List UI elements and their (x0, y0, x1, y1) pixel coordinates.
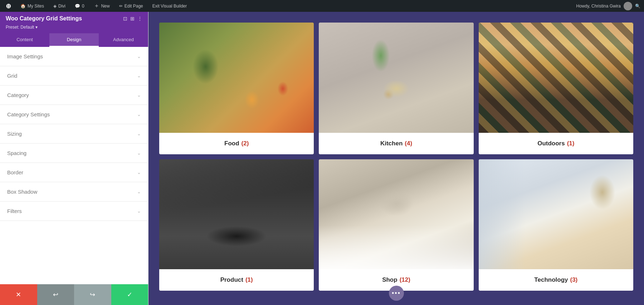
wp-icon: ⊕ (6, 2, 11, 10)
new-item[interactable]: ＋ New (92, 0, 112, 12)
section-item-image-settings[interactable]: Image Settings ⌄ (0, 47, 148, 66)
tab-content[interactable]: Content (0, 33, 49, 47)
section-label: Spacing (7, 150, 26, 156)
comments-count: 0 (82, 4, 84, 9)
section-label: Sizing (7, 131, 22, 137)
card-image-food (159, 23, 314, 133)
comments-item[interactable]: 💬 0 (73, 0, 87, 12)
divi-icon: ◈ (53, 4, 57, 9)
grid-card-food[interactable]: Food (2) (159, 23, 314, 154)
check-icon: ✓ (127, 291, 132, 299)
cancel-icon: ✕ (16, 291, 21, 299)
sidebar-tabs: Content Design Advanced (0, 33, 148, 47)
wp-logo[interactable]: ⊕ (4, 0, 13, 12)
plus-icon: ＋ (94, 2, 99, 10)
redo-icon: ↪ (90, 291, 95, 299)
section-label: Filters (7, 208, 22, 214)
tab-design[interactable]: Design (49, 33, 99, 47)
undo-icon: ↩ (53, 291, 58, 299)
section-label: Category (7, 92, 29, 98)
card-label: Technology (3) (479, 269, 633, 291)
sidebar: Woo Category Grid Settings ⊡ ⊞ ⋮ Preset:… (0, 12, 148, 305)
exit-builder-item[interactable]: Exit Visual Builder (150, 0, 189, 12)
section-item-border[interactable]: Border ⌄ (0, 163, 148, 182)
section-item-box-shadow[interactable]: Box Shadow ⌄ (0, 182, 148, 202)
new-label: New (101, 4, 110, 9)
card-count: (4) (405, 140, 412, 147)
chevron-down-icon: ⌄ (137, 92, 141, 98)
card-name: Food (224, 140, 239, 147)
section-item-category[interactable]: Category ⌄ (0, 86, 148, 105)
chevron-down-icon: ⌄ (137, 54, 141, 59)
grid-card-technology[interactable]: Technology (3) (479, 159, 633, 291)
admin-bar: ⊕ 🏠 My Sites ◈ Divi 💬 0 ＋ New ✏ Edit Pag… (0, 0, 644, 12)
section-item-grid[interactable]: Grid ⌄ (0, 66, 148, 86)
card-name: Shop (382, 276, 397, 284)
card-name: Outdoors (537, 140, 565, 147)
content-area: Food (2) Kitchen (4) Outdoors (1) Produc… (148, 12, 644, 305)
section-label: Category Settings (7, 111, 50, 117)
avatar[interactable] (624, 2, 632, 10)
preset-selector[interactable]: Preset: Default ▾ (6, 25, 142, 33)
pagination-dots-button[interactable]: ••• (389, 286, 404, 301)
chevron-down-icon: ⌄ (137, 73, 141, 78)
house-icon: 🏠 (20, 4, 26, 9)
sidebar-sections: Image Settings ⌄ Grid ⌄ Category ⌄ Categ… (0, 47, 148, 284)
more-icon[interactable]: ⋮ (137, 16, 142, 21)
section-label: Box Shadow (7, 189, 37, 195)
dots-icon: ••• (392, 290, 401, 297)
sidebar-header: Woo Category Grid Settings ⊡ ⊞ ⋮ Preset:… (0, 12, 148, 33)
section-item-spacing[interactable]: Spacing ⌄ (0, 144, 148, 163)
card-label: Food (2) (159, 133, 314, 154)
redo-button[interactable]: ↪ (74, 284, 111, 305)
edit-page-label: Edit Page (125, 4, 143, 9)
card-image-outdoors (479, 23, 633, 133)
preset-chevron: ▾ (35, 25, 38, 30)
section-item-sizing[interactable]: Sizing ⌄ (0, 124, 148, 144)
card-count: (12) (400, 276, 410, 284)
card-count: (3) (570, 276, 578, 284)
card-count: (1) (567, 140, 575, 147)
chevron-down-icon: ⌄ (137, 150, 141, 156)
grid-card-kitchen[interactable]: Kitchen (4) (319, 23, 473, 154)
my-sites-label: My Sites (28, 4, 44, 9)
card-image-kitchen (319, 23, 473, 133)
category-grid: Food (2) Kitchen (4) Outdoors (1) Produc… (148, 12, 644, 305)
card-count: (1) (245, 276, 253, 284)
grid-card-product[interactable]: Product (1) (159, 159, 314, 291)
edit-page-item[interactable]: ✏ Edit Page (117, 0, 145, 12)
card-image-technology (479, 159, 633, 270)
section-item-filters[interactable]: Filters ⌄ (0, 202, 148, 221)
grid-card-shop[interactable]: Shop (12) (319, 159, 473, 291)
chevron-down-icon: ⌄ (137, 112, 141, 117)
card-label: Product (1) (159, 269, 314, 291)
divi-label: Divi (58, 4, 65, 9)
howdy-text: Howdy, Christina Gwira (576, 4, 621, 9)
card-label: Kitchen (4) (319, 133, 473, 154)
card-name: Product (220, 276, 243, 284)
tab-advanced[interactable]: Advanced (99, 33, 148, 47)
save-button[interactable]: ✓ (111, 284, 148, 305)
section-label: Border (7, 169, 23, 175)
divi-item[interactable]: ◈ Divi (51, 0, 68, 12)
pagination[interactable]: ••• (389, 286, 404, 301)
pencil-icon: ✏ (119, 4, 123, 9)
preset-label: Preset: Default (6, 25, 34, 30)
card-image-product (159, 159, 314, 270)
search-icon[interactable]: 🔍 (635, 4, 640, 9)
section-item-category-settings[interactable]: Category Settings ⌄ (0, 105, 148, 124)
grid-card-outdoors[interactable]: Outdoors (1) (479, 23, 633, 154)
layout-icon[interactable]: ⊞ (130, 16, 135, 21)
card-name: Kitchen (380, 140, 402, 147)
card-image-shop (319, 159, 473, 270)
cancel-button[interactable]: ✕ (0, 284, 37, 305)
card-label: Outdoors (1) (479, 133, 633, 154)
sidebar-title: Woo Category Grid Settings (6, 15, 82, 22)
resize-icon[interactable]: ⊡ (123, 16, 127, 21)
undo-button[interactable]: ↩ (37, 284, 74, 305)
card-name: Technology (534, 276, 568, 284)
chevron-down-icon: ⌄ (137, 170, 141, 175)
my-sites-item[interactable]: 🏠 My Sites (18, 0, 46, 12)
chevron-down-icon: ⌄ (137, 189, 141, 194)
exit-label: Exit Visual Builder (152, 4, 187, 9)
